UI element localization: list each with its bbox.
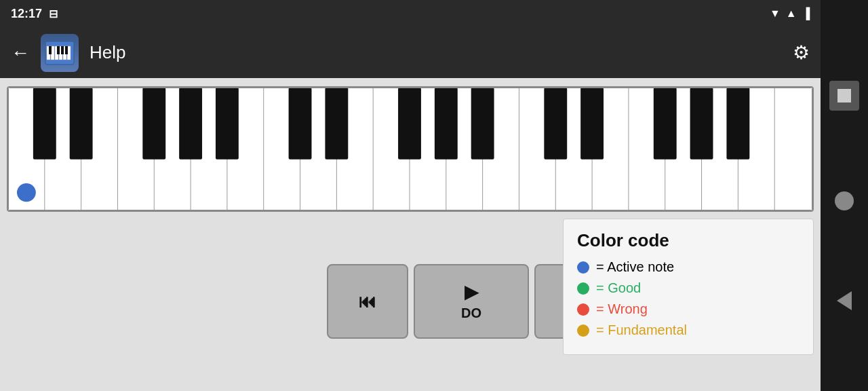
sidebar-triangle-button[interactable]: [837, 291, 852, 310]
svg-rect-33: [33, 88, 56, 160]
svg-rect-10: [65, 46, 68, 54]
svg-rect-46: [690, 88, 713, 160]
piano-container: // Will be done via inline SVG rects: [7, 86, 814, 212]
svg-rect-36: [179, 88, 202, 160]
svg-rect-34: [70, 88, 93, 160]
play-button[interactable]: ▶ DO: [414, 264, 529, 339]
svg-rect-39: [325, 88, 348, 160]
active-label: = Active note: [596, 259, 674, 275]
sidebar-circle-button[interactable]: [835, 191, 854, 210]
note-label: DO: [461, 305, 481, 321]
top-bar: ← Help ⚙: [0, 27, 821, 78]
piano-svg: // Will be done via inline SVG rects: [8, 88, 812, 210]
main-content: // Will be done via inline SVG rects: [0, 78, 821, 391]
controls-area: ⏮ ▶ DO ⏭ Color code = Active note = Good: [0, 212, 821, 391]
right-sidebar: [821, 0, 868, 391]
svg-rect-42: [471, 88, 494, 160]
color-item-active: = Active note: [577, 259, 800, 275]
color-item-wrong: = Wrong: [577, 301, 800, 317]
color-item-fundamental: = Fundamental: [577, 322, 800, 338]
fundamental-dot: [577, 324, 589, 337]
svg-rect-43: [544, 88, 567, 160]
wrong-label: = Wrong: [596, 301, 648, 317]
svg-rect-7: [49, 46, 52, 54]
page-title: Help: [90, 42, 782, 63]
app-icon: [41, 34, 79, 72]
sync-icon: ⊟: [49, 7, 58, 20]
wifi-icon: ▼: [770, 7, 781, 20]
good-label: = Good: [596, 280, 641, 296]
color-code-box: Color code = Active note = Good = Wrong …: [563, 219, 814, 355]
svg-rect-38: [289, 88, 312, 160]
good-dot: [577, 282, 589, 295]
svg-rect-40: [398, 88, 421, 160]
color-item-good: = Good: [577, 280, 800, 296]
battery-icon: ▐: [802, 7, 810, 20]
square-icon: [837, 89, 851, 103]
signal-icon: ▲: [786, 7, 797, 20]
fundamental-label: = Fundamental: [596, 322, 687, 338]
svg-point-48: [17, 183, 36, 202]
back-button[interactable]: ←: [11, 42, 30, 64]
prev-button[interactable]: ⏮: [327, 264, 408, 339]
svg-rect-35: [142, 88, 165, 160]
time-display: 12:17: [11, 7, 42, 21]
prev-icon: ⏮: [359, 291, 376, 312]
svg-rect-9: [61, 46, 64, 54]
svg-rect-8: [57, 46, 60, 54]
svg-rect-47: [726, 88, 749, 160]
active-dot: [577, 261, 589, 274]
status-bar: 12:17 ⊟ ▼ ▲ ▐: [0, 0, 821, 27]
svg-rect-44: [580, 88, 604, 160]
settings-button[interactable]: ⚙: [793, 41, 810, 64]
sidebar-square-button[interactable]: [829, 81, 859, 111]
color-code-title: Color code: [577, 230, 800, 251]
play-icon: ▶: [465, 282, 478, 303]
wrong-dot: [577, 303, 589, 316]
svg-rect-41: [435, 88, 458, 160]
svg-rect-37: [216, 88, 239, 160]
svg-rect-45: [654, 88, 677, 160]
